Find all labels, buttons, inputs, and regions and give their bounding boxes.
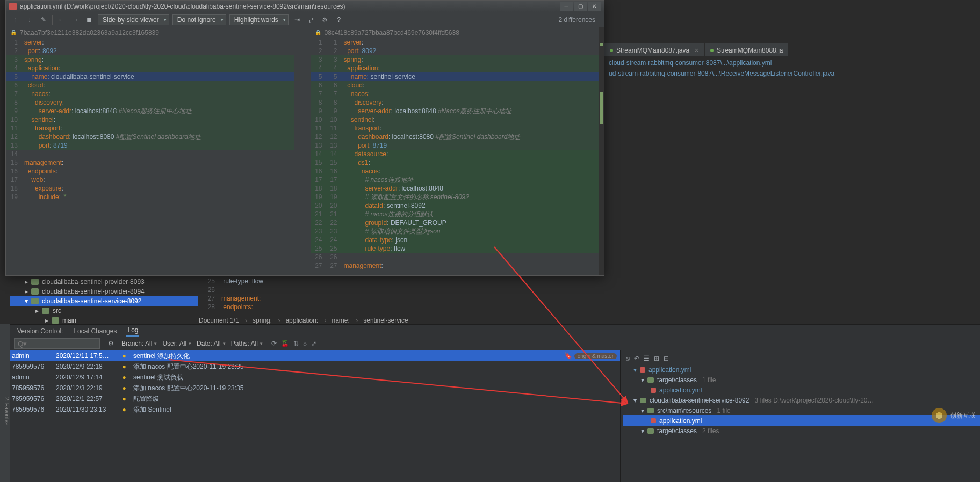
project-tree-item[interactable]: ▾cloudalibaba-sentinel-service-8092 <box>10 296 198 306</box>
prev-diff-icon[interactable]: ↑ <box>10 14 21 25</box>
tree-root[interactable]: ▾ application.yml <box>623 364 980 375</box>
lock-icon: 🔒 <box>10 30 17 35</box>
vcs-filter-bar: ⚙ Branch: All User: All Date: All Paths:… <box>0 337 980 350</box>
tab-log[interactable]: Log <box>126 325 139 337</box>
go-to-hash-icon[interactable]: ⌕ <box>303 340 307 347</box>
collapse-all-icon[interactable]: ⊟ <box>664 355 669 362</box>
editor-tab[interactable]: StreamMQMain8088.ja <box>705 43 788 56</box>
diff-right-pane[interactable]: 🔒08c4f18c89a727bbaa87bcd469e7630f4ffd563… <box>311 27 599 275</box>
changed-file-node[interactable]: application.yml <box>623 385 980 395</box>
viewer-mode-combo[interactable]: Side-by-side viewer <box>98 14 169 25</box>
settings-icon[interactable]: ⚙ <box>320 14 330 25</box>
right-revision-hash: 08c4f18c89a727bbaa87bcd469e7630f4ffd5638 <box>325 29 459 36</box>
node-label: application.yml <box>648 366 691 374</box>
vcs-toolwindow: Version Control: Local Changes Log ⚙ Bra… <box>0 324 980 482</box>
changes-toolbar: ⎋ ↶ ☰ ⊞ ⊟ <box>623 353 980 364</box>
expand-all-icon[interactable]: ⊞ <box>654 355 659 362</box>
filter-date[interactable]: Date: All <box>197 340 226 347</box>
vcs-tabbar: Version Control: Local Changes Log <box>0 325 980 337</box>
breadcrumb-item[interactable]: sentinel-service <box>363 317 412 324</box>
vcs-label: Version Control: <box>16 326 64 337</box>
cherry-pick-icon[interactable]: 🍒 <box>281 340 289 347</box>
commit-row[interactable]: 7859595762020/11/30 23:13●添加 Sentinel <box>0 404 620 415</box>
tab-label: StreamMQMain8087.java <box>616 47 689 54</box>
file-type-icon <box>710 49 714 52</box>
project-tree[interactable]: ▸cloudalibaba-sentinel-provider-8093▸clo… <box>10 277 198 320</box>
editor-tab[interactable]: StreamMQMain8087.java× <box>604 43 704 56</box>
project-tree-item[interactable]: ▸src <box>10 306 198 316</box>
dialog-title: application.yml (D:\work\project\2020-cl… <box>20 3 345 10</box>
crumb[interactable]: ud-stream-rabbitmq-consumer-8087\...\Rec… <box>609 70 834 77</box>
minimize-button[interactable]: ─ <box>560 2 573 11</box>
yml-icon <box>640 367 645 373</box>
watermark-logo-icon <box>932 408 947 423</box>
diff-dialog: application.yml (D:\work\project\2020-cl… <box>5 0 604 276</box>
highlight-combo[interactable]: Highlight words <box>229 14 289 25</box>
expand-icon[interactable]: ⤢ <box>311 340 316 347</box>
commit-row[interactable]: admin2020/12/9 17:14●sentinel 测试负载 <box>0 372 620 383</box>
editor-behind[interactable]: 25 rule-type: flow2627management:28 endp… <box>199 277 607 319</box>
list-icon[interactable]: ≣ <box>84 14 95 25</box>
left-revision-hash: 7baaa7bf3e1211e382da02363a9a12cc3f165839 <box>20 29 159 36</box>
file-type-icon <box>610 49 613 52</box>
changed-file-node[interactable]: ▾cloudalibaba-sentinel-service-80923 fil… <box>623 395 980 405</box>
filter-paths[interactable]: Paths: All <box>231 340 263 347</box>
back-icon[interactable]: ← <box>56 14 67 25</box>
changed-files-panel: ⎋ ↶ ☰ ⊞ ⊟ ▾ application.yml ▾target\clas… <box>620 350 980 482</box>
filter-branch[interactable]: Branch: All <box>121 340 157 347</box>
watermark-text: 创新互联 <box>950 411 976 420</box>
diff-divider[interactable] <box>294 27 311 275</box>
filter-user[interactable]: User: All <box>162 340 191 347</box>
project-tree-item[interactable]: ▸cloudalibaba-sentinel-provider-8094 <box>10 287 198 296</box>
edit-icon[interactable]: ✎ <box>38 14 49 25</box>
group-icon[interactable]: ☰ <box>644 355 650 362</box>
commit-row[interactable]: 7859595762020/12/9 22:18●添加 nacos 配置中心20… <box>0 361 620 372</box>
watermark: 创新互联 <box>932 408 976 423</box>
close-icon[interactable]: × <box>695 47 698 54</box>
close-button[interactable]: ✕ <box>588 2 601 11</box>
breadcrumb-item[interactable]: Document 1/1 <box>199 317 247 324</box>
commit-row[interactable]: 7859595762020/12/3 22:19●添加 nacos 配置中心20… <box>0 383 620 393</box>
changed-file-node[interactable]: ▾src\main\resources1 file <box>623 405 980 415</box>
breadcrumb-item[interactable]: spring: <box>253 317 280 324</box>
tab-local-changes[interactable]: Local Changes <box>73 326 118 337</box>
show-diff-icon[interactable]: ⎋ <box>626 355 630 362</box>
next-diff-icon[interactable]: ↓ <box>24 14 35 25</box>
intellisort-icon[interactable]: ⇅ <box>293 340 299 347</box>
refresh-icon[interactable]: ⟳ <box>271 340 277 347</box>
changed-files-tree[interactable]: ▾ application.yml ▾target\classes1 filea… <box>623 364 980 436</box>
nav-bar-crumbs: cloud-stream-rabbitmq-consumer-8087\...\… <box>604 57 980 69</box>
breadcrumb-item[interactable]: application: <box>285 317 326 324</box>
changed-file-node[interactable]: ▾target\classes1 file <box>623 375 980 385</box>
diff-overview-ruler[interactable] <box>599 27 604 275</box>
forward-icon[interactable]: → <box>70 14 81 25</box>
project-tree-item[interactable]: ▸cloudalibaba-sentinel-provider-8093 <box>10 277 198 287</box>
commit-list[interactable]: admin2020/12/11 17:5…●sentinel 添加持久化🔖 or… <box>0 350 620 482</box>
dialog-titlebar[interactable]: application.yml (D:\work\project\2020-cl… <box>6 1 604 12</box>
nav-bar-crumbs-2: ud-stream-rabbitmq-consumer-8087\...\Rec… <box>604 68 980 79</box>
commit-row[interactable]: 7859595762020/12/1 22:57●配置降级 <box>0 393 620 404</box>
toolwindow-stripe[interactable]: 2: Favorites <box>0 324 10 482</box>
collapse-icon[interactable]: ⇥ <box>292 14 302 25</box>
lock-icon: 🔒 <box>315 30 321 35</box>
gear-icon[interactable]: ⚙ <box>105 338 116 349</box>
editor-breadcrumb[interactable]: Document 1/1spring:application:name:sent… <box>199 317 413 324</box>
crumb[interactable]: cloud-stream-rabbitmq-consumer-8087\...\… <box>609 59 772 67</box>
log-search-input[interactable] <box>14 338 100 349</box>
commit-row[interactable]: admin2020/12/11 17:5…●sentinel 添加持久化🔖 or… <box>0 350 620 361</box>
help-icon[interactable]: ? <box>334 14 344 25</box>
diff-left-pane[interactable]: 🔒7baaa7bf3e1211e382da02363a9a12cc3f16583… <box>6 27 294 275</box>
revert-icon[interactable]: ↶ <box>634 355 639 362</box>
changed-file-node[interactable]: application.yml <box>623 415 980 426</box>
diff-toolbar: ↑ ↓ ✎ ← → ≣ Side-by-side viewer Do not i… <box>6 12 604 27</box>
ignore-combo[interactable]: Do not ignore <box>172 14 226 25</box>
maximize-button[interactable]: ▢ <box>574 2 587 11</box>
tab-label: StreamMQMain8088.ja <box>717 47 783 54</box>
file-icon <box>9 3 17 10</box>
breadcrumb-item[interactable]: name: <box>332 317 358 324</box>
changed-file-node[interactable]: ▾target\classes2 files <box>623 426 980 436</box>
sync-scroll-icon[interactable]: ⇄ <box>306 14 316 25</box>
editor-tabs: StreamMQMain8087.java× StreamMQMain8088.… <box>604 43 980 56</box>
diff-count-label: 2 differences <box>559 16 600 24</box>
